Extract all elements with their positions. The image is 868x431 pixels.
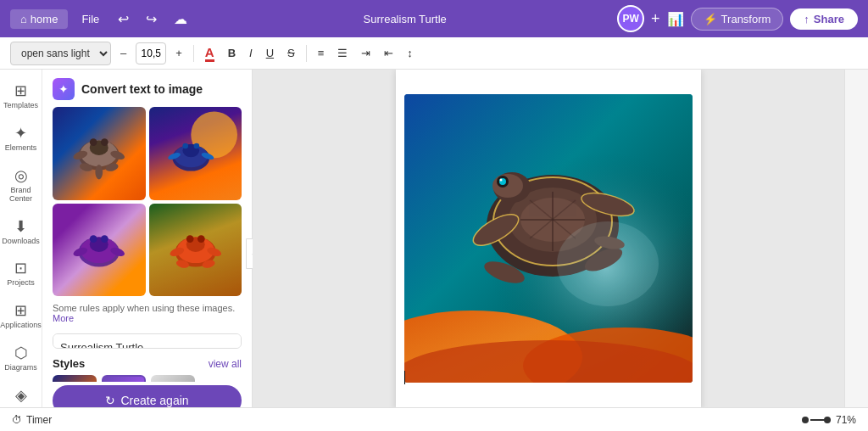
rules-more-link[interactable]: More <box>53 313 74 323</box>
svg-point-30 <box>197 235 204 243</box>
thumbnail-3[interactable] <box>53 204 146 297</box>
right-panel <box>844 70 868 407</box>
outdent-button[interactable]: ⇤ <box>380 44 398 62</box>
sidebar-item-logos[interactable]: ◈ Logos <box>3 381 40 407</box>
diagrams-label: Diagrams <box>4 364 37 372</box>
sidebar-item-elements[interactable]: ✦ Elements <box>3 119 40 158</box>
style-thumb-1[interactable] <box>53 375 97 382</box>
view-all-link[interactable]: view all <box>209 358 242 370</box>
increase-font-button[interactable]: + <box>171 44 186 62</box>
decrease-font-button[interactable]: – <box>116 44 131 62</box>
toolbar-divider-2 <box>306 45 307 62</box>
text-toolbar: open sans light – + A B I U S ≡ ☰ ⇥ ⇤ ↕ <box>0 37 868 70</box>
text-color-button[interactable]: A <box>201 42 219 64</box>
undo-button[interactable]: ↩ <box>113 8 134 31</box>
create-again-label: Create again <box>120 394 188 407</box>
transform-label: Transform <box>721 13 771 25</box>
indent-button[interactable]: ⇥ <box>357 44 375 62</box>
applications-icon: ⊞ <box>14 301 27 320</box>
analytics-button[interactable]: 📊 <box>667 11 684 27</box>
zoom-dot <box>802 417 809 423</box>
sidebar-item-diagrams[interactable]: ⬡ Diagrams <box>3 339 40 378</box>
timer-label: Timer <box>26 414 52 426</box>
sidebar-item-applications[interactable]: ⊞ Applications <box>3 296 40 335</box>
brand-center-label: Brand Center <box>6 187 36 204</box>
projects-label: Projects <box>7 279 35 288</box>
underline-button[interactable]: U <box>262 44 278 62</box>
styles-label: Styles <box>53 357 85 370</box>
add-button[interactable]: + <box>651 10 660 28</box>
italic-button[interactable]: I <box>245 44 257 62</box>
home-button[interactable]: ⌂ home <box>10 9 68 29</box>
sidebar-item-projects[interactable]: ⊡ Projects <box>3 254 40 293</box>
diagrams-icon: ⬡ <box>14 344 28 362</box>
bold-button[interactable]: B <box>224 44 240 62</box>
home-icon: ⌂ <box>20 13 27 25</box>
applications-label: Applications <box>0 322 42 330</box>
style-thumb-3[interactable] <box>151 375 195 382</box>
document-title: Surrealism Turtle <box>364 13 447 25</box>
refresh-icon: ↻ <box>105 394 115 407</box>
font-family-select[interactable]: open sans light <box>10 42 111 65</box>
cloud-button[interactable]: ☁ <box>169 8 192 31</box>
turtle-illustration <box>404 94 693 383</box>
main-canvas-image <box>404 94 693 383</box>
strikethrough-button[interactable]: S <box>283 44 299 62</box>
thumbnail-4[interactable] <box>149 204 242 297</box>
ai-icon: ✦ <box>53 78 75 100</box>
elements-icon: ✦ <box>14 124 27 143</box>
prompt-textarea[interactable]: Surrealism Turtle <box>53 333 242 349</box>
transform-button[interactable]: ⚡ Transform <box>691 8 784 31</box>
logos-icon: ◈ <box>15 386 27 405</box>
svg-point-61 <box>557 221 659 306</box>
svg-point-22 <box>101 235 108 243</box>
file-button[interactable]: File <box>75 9 106 29</box>
share-button[interactable]: ↑ Share <box>790 8 858 30</box>
svg-point-21 <box>90 235 97 243</box>
line-spacing-button[interactable]: ↕ <box>403 44 417 62</box>
zoom-slider[interactable] <box>802 417 831 423</box>
canvas-area[interactable] <box>253 70 844 407</box>
sidebar-item-downloads[interactable]: ⬇ Downloads <box>3 212 40 251</box>
templates-icon: ⊞ <box>14 81 27 100</box>
share-label: Share <box>814 13 844 25</box>
thumbnail-2[interactable] <box>149 107 242 200</box>
panel-title: Convert text to image <box>81 82 203 96</box>
zoom-line <box>810 419 831 421</box>
text-color-icon: A <box>205 45 214 62</box>
styles-section-header: Styles view all <box>42 352 252 373</box>
svg-point-14 <box>182 143 188 149</box>
sidebar-nav: ⊞ Templates ✦ Elements ◎ Brand Center ⬇ … <box>0 70 42 407</box>
downloads-icon: ⬇ <box>14 217 27 236</box>
style-thumb-2[interactable] <box>102 375 146 382</box>
header-right: PW + 📊 ⚡ Transform ↑ Share <box>617 5 858 32</box>
status-bar: ⏱ Timer 71% <box>0 407 868 431</box>
brand-center-icon: ◎ <box>14 166 28 185</box>
toolbar-divider-1 <box>193 45 194 62</box>
redo-button[interactable]: ↪ <box>141 8 162 31</box>
header-left: ⌂ home File ↩ ↪ ☁ <box>10 8 192 31</box>
header-center: Surrealism Turtle <box>364 13 447 25</box>
left-panel-wrapper: ✦ Convert text to image <box>42 70 253 407</box>
create-again-button[interactable]: ↻ Create again <box>53 385 242 407</box>
home-label: home <box>31 13 58 25</box>
zoom-area: 71% <box>802 414 856 426</box>
rules-text: Some rules apply when using these images… <box>42 296 252 330</box>
svg-point-3 <box>90 138 97 146</box>
font-size-input[interactable] <box>136 42 166 64</box>
avatar[interactable]: PW <box>617 5 644 32</box>
align-left-button[interactable]: ≡ <box>314 44 329 62</box>
list-button[interactable]: ☰ <box>333 44 352 62</box>
canvas-page <box>396 70 701 407</box>
text-cursor <box>404 371 405 384</box>
app-header: ⌂ home File ↩ ↪ ☁ Surrealism Turtle PW +… <box>0 0 868 37</box>
svg-point-53 <box>500 179 503 182</box>
transform-icon: ⚡ <box>704 13 717 25</box>
sidebar-item-templates[interactable]: ⊞ Templates <box>3 76 40 115</box>
thumbnail-1[interactable] <box>53 107 146 200</box>
styles-row <box>42 373 252 382</box>
sidebar-item-brand-center[interactable]: ◎ Brand Center <box>3 161 40 209</box>
left-panel: ✦ Convert text to image <box>42 70 253 407</box>
svg-point-9 <box>95 165 103 180</box>
svg-point-15 <box>193 143 199 149</box>
